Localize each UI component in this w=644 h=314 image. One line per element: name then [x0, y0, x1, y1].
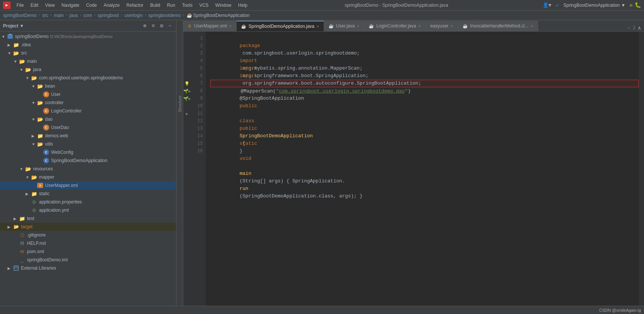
- tab-close-btn[interactable]: ×: [418, 24, 421, 28]
- run-config-selector[interactable]: SpringBootDemoApplication ▼: [560, 2, 628, 9]
- code-line-1: package com.springboot.userlogin.springb…: [210, 35, 639, 42]
- breadcrumb-java[interactable]: java: [69, 13, 78, 18]
- tree-item-helpmd[interactable]: M HELP.md: [0, 239, 176, 247]
- tree-item-logincontroller[interactable]: C LoginController: [0, 107, 176, 115]
- gutter-8: 🌱 ▶: [183, 87, 191, 95]
- class-icon: C: [43, 158, 50, 164]
- tree-item-springbootdemo[interactable]: ▼ springBootDemo D:\NCB\ncbJava\springBo…: [0, 32, 176, 41]
- sidebar-collapse-btn[interactable]: ≡: [150, 22, 156, 30]
- tab-logincontroller[interactable]: ☕ LoginController.java ×: [364, 21, 426, 31]
- run-icon-11[interactable]: ▶: [186, 111, 189, 116]
- tree-item-src[interactable]: ▼ 📂 src: [0, 49, 176, 57]
- code-line-10: [210, 102, 639, 110]
- tree-item-static[interactable]: ▶ 📁 static: [0, 190, 176, 198]
- structure-label: Structure: [178, 96, 182, 112]
- tree-item-bean[interactable]: ▼ 📂 bean: [0, 82, 176, 90]
- menu-view[interactable]: View: [42, 2, 58, 9]
- tree-item-springbootdemoapplication[interactable]: C SpringBootDemoApplication: [0, 156, 176, 165]
- tree-item-usermapper[interactable]: X UserMapper.xml: [0, 181, 176, 190]
- class-icon: C: [43, 91, 50, 97]
- tree-item-gitignore[interactable]: ⬡ .gitignore: [0, 231, 176, 239]
- sidebar-options-btn[interactable]: ⚙: [158, 22, 164, 30]
- tree-item-appyml[interactable]: ⚙ application.yml: [0, 206, 176, 214]
- menu-analyze[interactable]: Analyze: [101, 2, 123, 9]
- code-line-16: [210, 147, 639, 155]
- breadcrumb-springboot[interactable]: springboot: [98, 13, 119, 18]
- tree-item-java[interactable]: ▼ 📂 java: [0, 65, 176, 74]
- tree-item-dao[interactable]: ▼ 📂 dao: [0, 115, 176, 123]
- java-tab-icon: ☕: [463, 24, 468, 29]
- sidebar-locate-btn[interactable]: ⊕: [142, 22, 148, 30]
- tree-item-mapper[interactable]: ▼ 📂 mapper: [0, 173, 176, 181]
- main-area: Project ▼ ⊕ ≡ ⚙ − ▼ springBootDemo D:\NC…: [0, 20, 644, 306]
- tree-item-resources[interactable]: ▼ 📂 resources: [0, 165, 176, 173]
- collapse-icon[interactable]: ∧: [638, 25, 641, 31]
- tab-user[interactable]: ☕ User.java ×: [324, 21, 364, 31]
- code-content[interactable]: package com.springboot.userlogin.springb…: [206, 32, 639, 306]
- tree-item-webconfig[interactable]: C WebConfig: [0, 148, 176, 156]
- tab-close-btn[interactable]: ×: [317, 24, 319, 29]
- tree-item-idea[interactable]: ▶ 📁 .idea: [0, 41, 176, 49]
- debug-button[interactable]: 🐛: [635, 2, 641, 8]
- folder-icon: 📁: [31, 191, 38, 197]
- tab-invocablehandler[interactable]: ☕ InvocableHandlerMethod.cl... ×: [458, 21, 538, 31]
- tree-item-target[interactable]: ▶ 📂 target: [0, 223, 176, 231]
- line-num-4: 4: [191, 57, 206, 65]
- menu-build[interactable]: Build: [147, 2, 163, 9]
- menu-refactor[interactable]: Refactor: [124, 2, 146, 9]
- class-icon: C: [43, 108, 50, 114]
- sidebar-title: Project ▼: [3, 23, 139, 29]
- tree-item-appprops[interactable]: ⚙ application.properties: [0, 198, 176, 206]
- menu-edit[interactable]: Edit: [27, 2, 41, 9]
- code-line-15: }: [210, 140, 639, 147]
- editor-toolbar-right: ✓ 2 ∧: [624, 25, 644, 31]
- menu-window[interactable]: Window: [212, 2, 234, 9]
- tree-path: D:\NCB\ncbJava\springBootDemo: [50, 34, 112, 39]
- breadcrumb-springbootdemo[interactable]: springbootdemo: [148, 13, 181, 18]
- tree-item-pomxml[interactable]: m pom.xml: [0, 247, 176, 256]
- tree-item-userdao[interactable]: C UserDao: [0, 123, 176, 132]
- tree-arrow: ▼: [8, 51, 13, 55]
- run-button[interactable]: ▶: [630, 2, 633, 8]
- tab-close-btn[interactable]: ×: [451, 24, 453, 28]
- tab-easyuser[interactable]: easyuser ×: [426, 21, 458, 31]
- tree-label: resources: [33, 166, 53, 171]
- sidebar-close-btn[interactable]: −: [167, 22, 173, 30]
- menu-navigate[interactable]: Navigate: [59, 2, 82, 9]
- tree-arrow: [26, 200, 31, 204]
- breadcrumb-com[interactable]: com: [83, 13, 92, 18]
- folder-icon: 📂: [37, 141, 44, 147]
- menu-help[interactable]: Help: [235, 2, 250, 9]
- breadcrumb-project[interactable]: springBootDemo: [3, 13, 36, 18]
- tree-item-controller[interactable]: ▼ 📂 controller: [0, 99, 176, 107]
- xml-icon: X: [37, 182, 44, 188]
- breadcrumb-main[interactable]: main: [54, 13, 64, 18]
- tree-item-demosweb[interactable]: ▶ 📁 demos.web: [0, 132, 176, 140]
- bulb-icon[interactable]: 💡: [184, 81, 190, 86]
- tree-item-main[interactable]: ▼ 📂 main: [0, 57, 176, 65]
- tab-usermapper[interactable]: 🗎 UserMapper.xml ×: [183, 21, 237, 31]
- tree-item-utils[interactable]: ▼ 📂 utils: [0, 140, 176, 148]
- tab-close-btn[interactable]: ×: [229, 24, 231, 28]
- tree-label: .gitignore: [27, 232, 45, 238]
- tree-label: main: [27, 59, 37, 64]
- menu-tools[interactable]: Tools: [179, 2, 196, 9]
- breadcrumb-src[interactable]: src: [42, 13, 48, 18]
- tree-label: pom.xml: [27, 249, 44, 254]
- tree-item-extlibs[interactable]: ▶ External Libraries: [0, 264, 176, 272]
- gutter-4: [183, 57, 191, 65]
- breadcrumb-userlogin[interactable]: userlogin: [124, 13, 143, 18]
- breadcrumb-class[interactable]: ☕SpringBootDemoApplication: [187, 13, 250, 18]
- tree-item-test[interactable]: ▶ 📁 test: [0, 214, 176, 223]
- tree-item-iml[interactable]: _ springBootDemo.iml: [0, 256, 176, 264]
- menu-run[interactable]: Run: [164, 2, 178, 9]
- tree-item-package[interactable]: ▼ 📂 com.springboot.userlogin.springbootd…: [0, 74, 176, 82]
- tree-item-user[interactable]: C User: [0, 90, 176, 99]
- tab-springbootdemoapplication[interactable]: ☕ SpringBootDemoApplication.java ×: [237, 21, 324, 31]
- menu-vcs[interactable]: VCS: [196, 2, 212, 9]
- menu-file[interactable]: File: [14, 2, 27, 9]
- tab-close-btn[interactable]: ×: [531, 24, 533, 28]
- line-num-5: 5: [191, 65, 206, 72]
- tab-close-btn[interactable]: ×: [357, 24, 359, 28]
- menu-code[interactable]: Code: [83, 2, 100, 9]
